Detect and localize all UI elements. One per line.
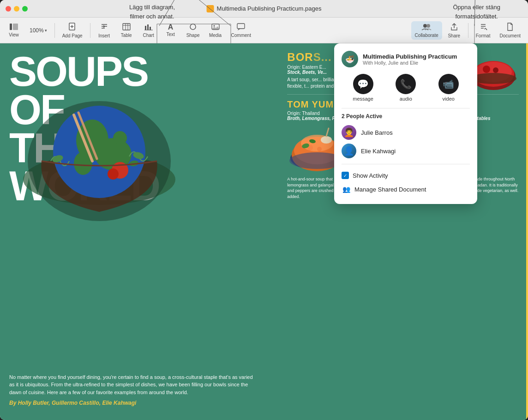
show-activity-row[interactable]: ✓ Show Activity: [342, 169, 470, 182]
collab-divider: [342, 108, 470, 108]
traffic-lights: [6, 6, 28, 12]
collab-doc-icon: 🍜: [342, 51, 358, 67]
chart-icon: [144, 23, 153, 32]
view-button[interactable]: View: [4, 21, 24, 39]
svg-point-30: [423, 24, 427, 28]
manage-shared-row[interactable]: 👥 Manage Shared Document: [342, 182, 470, 197]
audio-button[interactable]: 📞 audio: [396, 74, 416, 102]
video-icon: 📹: [438, 74, 459, 94]
person-julie: 🧑‍🦱 Julie Barros: [342, 123, 470, 142]
svg-line-36: [486, 29, 487, 30]
zoom-button[interactable]: 100% ▾: [26, 25, 51, 36]
document-icon: [507, 23, 513, 32]
shape-icon: [189, 23, 197, 32]
svg-rect-21: [147, 24, 149, 30]
toolbar-separator-2: [90, 23, 90, 38]
document-button[interactable]: Document: [496, 21, 524, 40]
media-icon: [211, 23, 220, 32]
collab-divider-2: [342, 164, 470, 164]
svg-point-24: [190, 24, 196, 30]
svg-point-63: [321, 136, 332, 144]
toolbar-separator-3: [468, 23, 468, 38]
svg-rect-28: [237, 24, 245, 29]
message-button[interactable]: 💬 message: [353, 74, 373, 102]
elie-avatar: 👤: [342, 144, 356, 158]
collaborate-icon: [421, 23, 432, 32]
toolbar-separator: [54, 23, 55, 38]
comment-button[interactable]: Comment: [228, 21, 255, 40]
close-button[interactable]: [6, 6, 11, 12]
svg-point-50: [108, 168, 119, 180]
message-icon: 💬: [353, 74, 373, 94]
person-elie: 👤 Elie Kahwagi: [342, 142, 470, 160]
svg-point-56: [470, 73, 516, 84]
svg-rect-16: [123, 24, 130, 30]
show-activity-checkbox[interactable]: ✓: [342, 172, 349, 179]
collab-header: 🍜 Multimedia Publishing Practicum With H…: [342, 51, 470, 67]
svg-rect-20: [145, 26, 146, 30]
toolbar: View 100% ▾ Add Page: [0, 18, 528, 43]
manage-shared-icon: 👥: [342, 185, 351, 194]
svg-marker-15: [103, 25, 105, 28]
bowl-illustration: [14, 69, 185, 226]
svg-rect-7: [10, 24, 12, 30]
view-icon: [10, 23, 18, 31]
format-button[interactable]: Format: [472, 21, 494, 40]
table-icon: [122, 23, 131, 32]
insert-button[interactable]: Insert: [94, 21, 114, 40]
collaboration-popup: 🍜 Multimedia Publishing Practicum With H…: [334, 43, 477, 204]
svg-rect-8: [13, 24, 18, 30]
chart-button[interactable]: Chart: [138, 21, 159, 40]
insert-icon: [100, 23, 108, 32]
maximize-button[interactable]: [22, 6, 28, 12]
audio-icon: 📞: [396, 74, 416, 94]
titlebar: Multimedia Publishing Practicum.pages: [0, 0, 528, 18]
svg-rect-22: [150, 27, 151, 30]
app-window: Multimedia Publishing Practicum.pages Lä…: [0, 0, 528, 420]
shape-button[interactable]: Shape: [183, 21, 204, 40]
share-icon: [450, 23, 458, 32]
pages-icon: [207, 5, 214, 12]
svg-point-54: [483, 66, 490, 73]
svg-marker-27: [212, 26, 219, 29]
media-button[interactable]: Media: [205, 21, 226, 40]
collab-actions: 💬 message 📞 audio 📹 video: [342, 74, 470, 102]
text-button[interactable]: A Text: [161, 22, 181, 39]
collaborate-button[interactable]: Collaborate: [411, 21, 442, 40]
minimize-button[interactable]: [14, 6, 19, 12]
svg-point-43: [113, 131, 127, 145]
svg-line-64: [326, 128, 329, 136]
text-icon: A: [168, 24, 174, 31]
add-page-button[interactable]: Add Page: [59, 21, 86, 40]
svg-point-31: [426, 24, 430, 28]
format-icon: [479, 23, 487, 32]
comment-icon: [237, 23, 245, 32]
svg-point-55: [493, 67, 498, 73]
svg-point-26: [213, 25, 215, 26]
video-button[interactable]: 📹 video: [438, 74, 459, 102]
bottom-description: No matter where you find yourself dining…: [9, 373, 256, 407]
table-button[interactable]: Table: [116, 21, 137, 40]
julie-avatar: 🧑‍🦱: [342, 125, 356, 140]
window-title: Multimedia Publishing Practicum.pages: [207, 5, 322, 12]
add-page-icon: [68, 23, 77, 32]
share-button[interactable]: Share: [444, 21, 464, 40]
